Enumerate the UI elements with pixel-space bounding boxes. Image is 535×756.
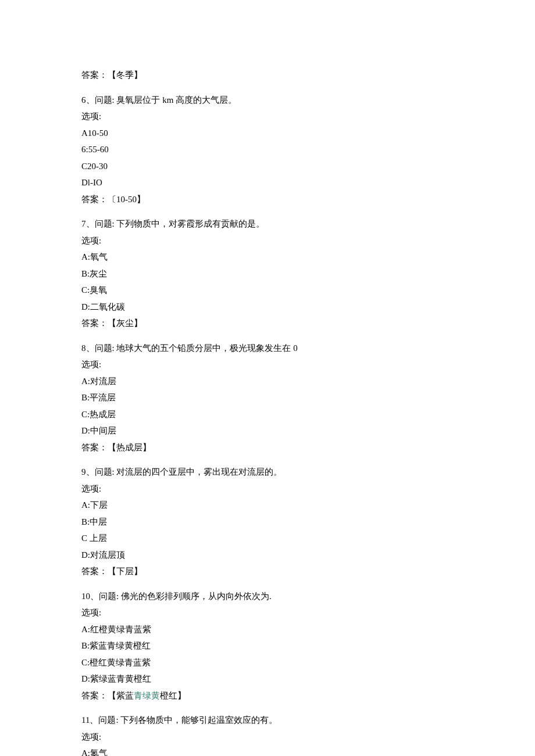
q9-answer-value: 下层 (116, 567, 134, 576)
q9-options-label: 选项: (81, 481, 454, 497)
q8-answer-prefix: 答案：【 (81, 443, 116, 452)
document-page: 答案：【冬季】 6、问题: 臭氧层位于 km 高度的大气层。 选项: A10-5… (0, 0, 535, 756)
q8-question: 8、问题: 地球大气的五个铅质分层中，极光现象发生在 0 (81, 340, 454, 357)
q9-question: 9、问题: 对流层的四个亚层中，雾出现在对流层的。 (81, 464, 454, 481)
q7-option-d: D:二氧化碳 (81, 299, 454, 316)
q9-option-b: B:中层 (81, 514, 454, 531)
q10-answer-colored: 青绿黄 (134, 691, 160, 700)
q10-answer: 答案：【紫蓝青绿黄橙红】 (81, 687, 454, 704)
q7-option-a: A:氧气 (81, 249, 454, 266)
q8-answer-suffix: 】 (142, 443, 151, 452)
q10-answer-prefix: 答案：【紫蓝 (81, 691, 134, 700)
q9-answer-suffix: 】 (134, 567, 142, 576)
q10-answer-suffix: 橙红】 (160, 691, 186, 700)
q6-option-c: C20-30 (81, 158, 454, 175)
q9-option-a: A:下层 (81, 497, 454, 514)
q8-option-c: C:热成层 (81, 406, 454, 423)
q11-options-label: 选项: (81, 729, 454, 746)
q10-option-c: C:橙红黄绿青蓝紫 (81, 654, 454, 671)
q8-block: 8、问题: 地球大气的五个铅质分层中，极光现象发生在 0 选项: A:对流层 B… (81, 340, 454, 456)
q10-option-a: A:红橙黄绿青蓝紫 (81, 621, 454, 638)
q8-option-d: D:中间层 (81, 422, 454, 439)
q7-answer-value: 灰尘 (116, 318, 134, 328)
q8-option-a: A:对流层 (81, 373, 454, 390)
q7-option-c: C:臭氧 (81, 282, 454, 299)
q5-answer-value: 冬季 (116, 70, 134, 80)
q11-option-a: A:氮气 (81, 745, 454, 756)
q7-answer: 答案：【灰尘】 (81, 315, 454, 332)
q6-option-d: Dl-IO (81, 174, 454, 191)
q9-answer-prefix: 答案：【 (81, 567, 116, 576)
q5-answer-suffix: 】 (134, 70, 142, 80)
q10-option-b: B:紫蓝青绿黄橙红 (81, 637, 454, 654)
q11-block: 11、问题: 下列各物质中，能够引起温室效应的有。 选项: A:氮气 (81, 712, 454, 756)
q6-answer-value: 10-50 (116, 195, 137, 204)
q10-option-d: D:紫绿蓝青黄橙红 (81, 671, 454, 687)
q10-block: 10、问题: 佛光的色彩排列顺序，从内向外依次为. 选项: A:红橙黄绿青蓝紫 … (81, 588, 454, 704)
q6-options-label: 选项: (81, 108, 454, 125)
q5-answer: 答案：【冬季】 (81, 67, 454, 84)
q8-options-label: 选项: (81, 356, 454, 373)
q8-answer-value: 热成层 (116, 443, 142, 452)
q6-answer-prefix: 答案：〔 (81, 195, 116, 204)
q11-question: 11、问题: 下列各物质中，能够引起温室效应的有。 (81, 712, 454, 729)
q7-question: 7、问题: 下列物质中，对雾霞形成有贡献的是。 (81, 216, 454, 232)
q7-block: 7、问题: 下列物质中，对雾霞形成有贡献的是。 选项: A:氧气 B:灰尘 C:… (81, 216, 454, 332)
q8-option-b: B:平流层 (81, 389, 454, 406)
q10-question: 10、问题: 佛光的色彩排列顺序，从内向外依次为. (81, 588, 454, 605)
q7-option-b: B:灰尘 (81, 266, 454, 282)
q9-block: 9、问题: 对流层的四个亚层中，雾出现在对流层的。 选项: A:下层 B:中层 … (81, 464, 454, 580)
q6-block: 6、问题: 臭氧层位于 km 高度的大气层。 选项: A10-50 6:55-6… (81, 92, 454, 208)
q7-answer-prefix: 答案：【 (81, 318, 116, 328)
q5-answer-prefix: 答案：【 (81, 70, 116, 80)
q6-answer: 答案：〔10-50】 (81, 191, 454, 208)
q9-option-d: D:对流层顶 (81, 547, 454, 564)
q9-answer: 答案：【下层】 (81, 563, 454, 580)
q6-answer-suffix: 】 (137, 195, 145, 204)
q8-answer: 答案：【热成层】 (81, 439, 454, 456)
q7-options-label: 选项: (81, 232, 454, 249)
q7-answer-suffix: 】 (134, 318, 142, 328)
q6-option-b: 6:55-60 (81, 141, 454, 158)
q6-option-a: A10-50 (81, 125, 454, 142)
q9-option-c: C 上层 (81, 530, 454, 547)
q6-question: 6、问题: 臭氧层位于 km 高度的大气层。 (81, 92, 454, 109)
q10-options-label: 选项: (81, 604, 454, 621)
